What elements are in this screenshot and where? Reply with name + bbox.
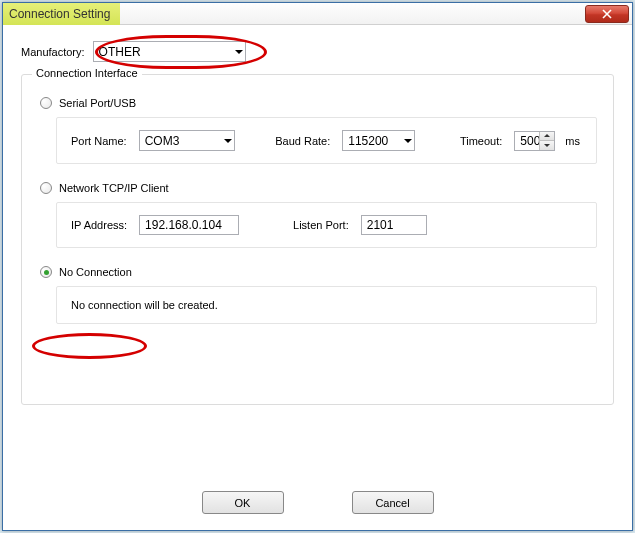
timeout-down-button[interactable] (540, 141, 554, 150)
ip-address-label: IP Address: (71, 219, 127, 231)
timeout-unit: ms (565, 135, 580, 147)
port-name-combo[interactable]: COM3 (139, 130, 236, 151)
manufactory-value: OTHER (99, 45, 141, 59)
listen-port-label: Listen Port: (293, 219, 349, 231)
manufactory-row: Manufactory: OTHER (21, 41, 614, 62)
connection-interface-legend: Connection Interface (32, 67, 142, 79)
chevron-up-icon (544, 134, 550, 137)
tcp-radio-label: Network TCP/IP Client (59, 182, 169, 194)
timeout-spinner[interactable]: 500 (514, 131, 555, 151)
connection-interface-group: Connection Interface Serial Port/USB Por… (21, 74, 614, 405)
button-bar: OK Cancel (3, 491, 632, 514)
port-name-label: Port Name: (71, 135, 127, 147)
noconn-radio-label: No Connection (59, 266, 132, 278)
timeout-label: Timeout: (460, 135, 502, 147)
dialog-content: Manufactory: OTHER Connection Interface … (3, 25, 632, 415)
tcp-radio[interactable] (40, 182, 52, 194)
baud-rate-combo[interactable]: 115200 (342, 130, 415, 151)
tcp-radio-row[interactable]: Network TCP/IP Client (40, 182, 597, 194)
close-button[interactable] (585, 5, 629, 23)
close-icon (602, 9, 612, 19)
serial-panel: Port Name: COM3 Baud Rate: 115200 Timeou… (56, 117, 597, 164)
noconn-radio-row[interactable]: No Connection (40, 266, 597, 278)
baud-rate-label: Baud Rate: (275, 135, 330, 147)
timeout-up-button[interactable] (540, 132, 554, 142)
manufactory-label: Manufactory: (21, 46, 85, 58)
chevron-down-icon (224, 139, 232, 143)
timeout-value: 500 (515, 132, 539, 150)
chevron-down-icon (404, 139, 412, 143)
listen-port-value: 2101 (367, 218, 394, 232)
noconn-radio[interactable] (40, 266, 52, 278)
tcp-panel: IP Address: 192.168.0.104 Listen Port: 2… (56, 202, 597, 248)
manufactory-combo[interactable]: OTHER (93, 41, 246, 62)
baud-rate-value: 115200 (348, 134, 388, 148)
serial-radio-row[interactable]: Serial Port/USB (40, 97, 597, 109)
noconn-panel: No connection will be created. (56, 286, 597, 324)
window-title: Connection Setting (3, 3, 120, 25)
connection-setting-dialog: Connection Setting Manufactory: OTHER Co… (2, 2, 633, 531)
ip-address-input[interactable]: 192.168.0.104 (139, 215, 239, 235)
chevron-down-icon (235, 50, 243, 54)
noconn-description: No connection will be created. (71, 299, 218, 311)
port-name-value: COM3 (145, 134, 180, 148)
chevron-down-icon (544, 144, 550, 147)
cancel-button[interactable]: Cancel (352, 491, 434, 514)
ok-button[interactable]: OK (202, 491, 284, 514)
serial-radio[interactable] (40, 97, 52, 109)
ip-address-value: 192.168.0.104 (145, 218, 222, 232)
serial-radio-label: Serial Port/USB (59, 97, 136, 109)
listen-port-input[interactable]: 2101 (361, 215, 427, 235)
titlebar: Connection Setting (3, 3, 632, 25)
